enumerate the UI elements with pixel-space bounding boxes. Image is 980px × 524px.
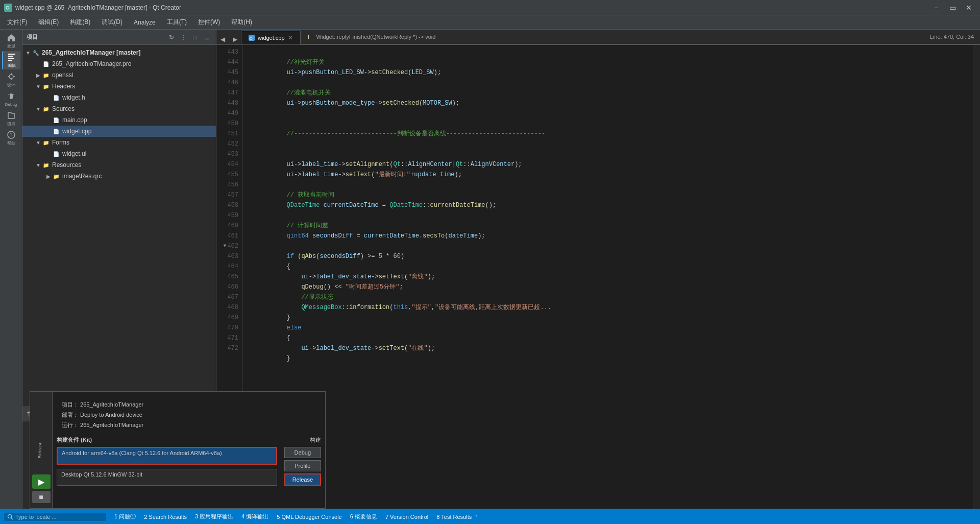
tab-nav-left[interactable]: ◀ bbox=[217, 34, 228, 44]
status-app-output[interactable]: 3 应用程序输出 bbox=[195, 513, 233, 520]
minimize-button[interactable]: − bbox=[929, 2, 943, 13]
status-test-results[interactable]: 8 Test Results bbox=[436, 514, 479, 520]
tree-item-widgeth[interactable]: 📄 widget.h bbox=[22, 92, 216, 103]
sidebar-release-label: Release bbox=[36, 440, 43, 459]
locate-input[interactable] bbox=[15, 514, 92, 520]
tree-label: widget.cpp bbox=[62, 128, 91, 135]
run-stop-button[interactable]: ■ bbox=[32, 491, 51, 503]
breadcrumb-function: Widget::replyFinished(QNetworkReply *) -… bbox=[316, 34, 436, 40]
release-build-btn[interactable]: Release bbox=[284, 473, 321, 486]
panel-sync-btn[interactable]: ↻ bbox=[166, 32, 177, 42]
tree-label: Forms bbox=[52, 139, 69, 146]
menu-widgets[interactable]: 控件(W) bbox=[193, 16, 225, 29]
test-results-label: 8 Test Results bbox=[436, 514, 472, 520]
folder-resources-icon: 📁 bbox=[42, 161, 50, 169]
profile-build-btn[interactable]: Profile bbox=[284, 460, 321, 471]
function-icon: f bbox=[307, 33, 314, 40]
panel-header-actions: ↻ ⋮ □ ⚊ bbox=[166, 32, 212, 42]
help-icon: ? bbox=[7, 130, 16, 139]
svg-text:f: f bbox=[308, 34, 310, 40]
tree-item-maincpp[interactable]: 📄 main.cpp bbox=[22, 114, 216, 126]
qml-debugger-label: 5 QML Debugger Console bbox=[277, 514, 341, 520]
tree-item-headers[interactable]: ▼ 📁 Headers bbox=[22, 81, 216, 92]
editor-tabs: ◀ ▶ C widget.cpp ✕ f Widget::replyFinish… bbox=[216, 30, 980, 45]
status-general-info[interactable]: 6 概要信息 bbox=[350, 513, 377, 520]
menu-analyze[interactable]: Analyze bbox=[129, 17, 161, 28]
status-problems[interactable]: 1 问题① bbox=[114, 513, 136, 520]
expand-arrow: ▼ bbox=[24, 49, 32, 56]
panel-close-btn[interactable]: ⋮ bbox=[178, 32, 188, 42]
expand-arrow-resources: ▼ bbox=[35, 161, 42, 169]
panel-settings-btn[interactable]: ⚊ bbox=[202, 32, 212, 42]
home-icon bbox=[7, 33, 16, 42]
status-compile-output[interactable]: 4 编译输出 bbox=[241, 513, 268, 520]
tree-item-pro[interactable]: 📄 265_AgritechIoTManager.pro bbox=[22, 58, 216, 69]
menu-edit[interactable]: 编辑(E) bbox=[33, 16, 64, 29]
status-version-control[interactable]: 7 Version Control bbox=[385, 514, 428, 520]
svg-rect-1 bbox=[8, 56, 13, 57]
scroll-minimap[interactable] bbox=[973, 45, 980, 509]
line-col-info: Line: 470, Col: 34 bbox=[930, 34, 974, 40]
svg-point-4 bbox=[9, 75, 13, 79]
kit-android-row: Android for arm64-v8a (Clang Qt 5.12.6 f… bbox=[57, 447, 321, 486]
tab-widget-cpp[interactable]: C widget.cpp ✕ bbox=[241, 31, 301, 44]
close-button[interactable]: ✕ bbox=[962, 2, 976, 13]
menu-file[interactable]: 文件(F) bbox=[2, 16, 32, 29]
folder-icon: 🔧 bbox=[32, 49, 40, 57]
sidebar-welcome[interactable]: 欢迎 bbox=[2, 32, 20, 50]
folder-forms-icon: 📁 bbox=[42, 138, 50, 147]
debug-build-btn[interactable]: Debug bbox=[284, 447, 321, 458]
pro-file-icon: 📄 bbox=[42, 60, 50, 68]
sidebar-debug[interactable]: Debug bbox=[2, 90, 20, 108]
tree-item-qrc[interactable]: ▶ 📁 image\Res.qrc bbox=[22, 171, 216, 182]
kit-desktop-selector[interactable]: Desktop Qt 5.12.6 MinGW 32-bit bbox=[57, 469, 277, 486]
compile-output-label: 4 编译输出 bbox=[241, 513, 268, 520]
tree-item-forms[interactable]: ▼ 📁 Forms bbox=[22, 137, 216, 148]
status-search-results[interactable]: 2 Search Results bbox=[144, 514, 187, 520]
svg-rect-0 bbox=[8, 54, 15, 55]
edit-icon bbox=[7, 53, 16, 62]
expand-arrow-headers: ▼ bbox=[35, 83, 42, 90]
tree-label: Headers bbox=[52, 83, 75, 90]
title-bar: Qt widget.cpp @ 265_AgritechIoTManager [… bbox=[0, 0, 980, 15]
tree-item-widgetui[interactable]: 📄 widget.ui bbox=[22, 148, 216, 159]
tree-item-widgetcpp[interactable]: 📄 widget.cpp bbox=[22, 126, 216, 137]
menu-build[interactable]: 构建(B) bbox=[65, 16, 95, 29]
svg-point-14 bbox=[8, 514, 12, 518]
tree-label: 265_AgritechIoTManager.pro bbox=[52, 60, 131, 67]
run-play-button[interactable]: ▶ bbox=[32, 474, 51, 489]
kit-section-title: 构建套件 (Kit) bbox=[57, 436, 92, 444]
sidebar-project[interactable]: 项目 bbox=[2, 109, 20, 128]
menu-help[interactable]: 帮助(H) bbox=[226, 16, 257, 29]
code-editor[interactable]: //补光灯开关 ui->pushButton_LED_SW->setChecke… bbox=[253, 45, 973, 509]
tab-label: widget.cpp bbox=[258, 35, 285, 41]
tree-item-root[interactable]: ▼ 🔧 265_AgritechIoTManager [master] bbox=[22, 47, 216, 58]
project-panel-title: 项目 bbox=[27, 33, 38, 41]
design-icon bbox=[7, 72, 16, 81]
tab-nav-right[interactable]: ▶ bbox=[230, 34, 240, 44]
maximize-button[interactable]: ▭ bbox=[945, 2, 960, 13]
kit-android-selector[interactable]: Android for arm64-v8a (Clang Qt 5.12.6 f… bbox=[57, 447, 277, 465]
ui-file-icon: 📄 bbox=[52, 150, 60, 158]
search-results-label: 2 Search Results bbox=[144, 514, 187, 520]
kit-project-row: 项目： 265_AgritechIoTManager bbox=[62, 400, 316, 410]
sidebar-help[interactable]: ? 帮助 bbox=[2, 129, 20, 147]
app-icon: Qt bbox=[4, 4, 12, 12]
general-info-label: 6 概要信息 bbox=[350, 513, 377, 520]
tree-item-resources[interactable]: ▼ 📁 Resources bbox=[22, 159, 216, 171]
expand-arrow-sources: ▼ bbox=[35, 105, 42, 112]
tree-item-openssl[interactable]: ▶ 📁 openssl bbox=[22, 69, 216, 81]
menu-tools[interactable]: 工具(T) bbox=[162, 16, 192, 29]
sidebar-edit[interactable]: 编辑 bbox=[2, 51, 20, 69]
status-qml-debugger[interactable]: 5 QML Debugger Console bbox=[277, 514, 341, 520]
cpp-tab-icon: C bbox=[249, 35, 255, 41]
search-bar[interactable] bbox=[4, 513, 106, 521]
tree-label: Sources bbox=[52, 105, 75, 112]
sidebar-design[interactable]: 设计 bbox=[2, 70, 20, 89]
project-panel-header: 项目 ↻ ⋮ □ ⚊ bbox=[22, 30, 216, 45]
menu-debug[interactable]: 调试(D) bbox=[96, 16, 128, 29]
h-file-icon: 📄 bbox=[52, 93, 60, 102]
tree-item-sources[interactable]: ▼ 📁 Sources bbox=[22, 103, 216, 114]
panel-expand-btn[interactable]: □ bbox=[190, 32, 200, 42]
tab-close-btn[interactable]: ✕ bbox=[288, 34, 293, 41]
